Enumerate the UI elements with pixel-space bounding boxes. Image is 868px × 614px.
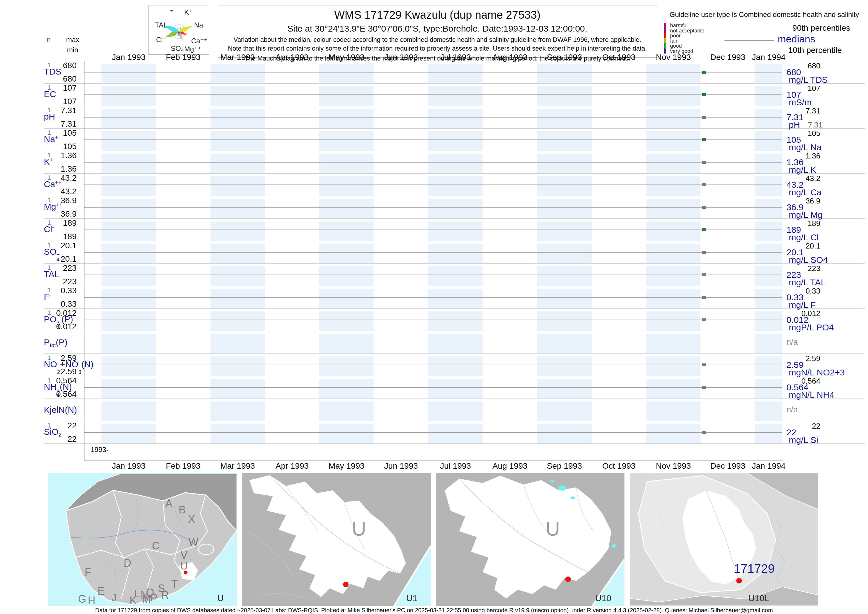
drainage-region-letter: R — [161, 589, 169, 602]
param-row-left-ph: 17.317.31pH — [35, 106, 84, 128]
param-row-right-ph: 7.317.31pH7.31 — [784, 106, 866, 128]
map-south-africa: ABXWCVDUFTESQRLNJPGHKMU — [48, 473, 237, 606]
site-marker-dot — [184, 571, 188, 575]
min-value: 7.31 — [61, 119, 77, 129]
drainage-region-letter: F — [84, 566, 91, 578]
guideline-color-good — [664, 43, 666, 48]
maucha-label-k: K⁺ — [184, 8, 193, 16]
param-row-left-k: 11.361.36K+ — [35, 151, 84, 174]
min-value: 680 — [63, 74, 77, 84]
param-label-na: Na+ — [44, 134, 58, 144]
p90-legend-label: 90th percentiles — [766, 23, 850, 33]
min-value: 36.9 — [61, 209, 77, 219]
drainage-region-letter: T — [171, 578, 178, 591]
max-value: 20.1 — [61, 241, 77, 250]
param-label-tds: TDS — [44, 67, 61, 77]
p90-value: 223 — [808, 264, 820, 273]
map-south-africa-art — [48, 473, 237, 606]
drainage-region-letter: M — [142, 593, 150, 605]
p90-value: 105 — [808, 129, 820, 138]
month-label-bottom: Aug 1993 — [492, 461, 527, 471]
param-row-right-so4: 20.120.1mg/L SO4 — [784, 241, 866, 264]
param-row-left-ec: 1107107EC — [35, 83, 84, 106]
map-catchment-u: UU1 — [242, 473, 431, 606]
param-row-left-f: 10.330.33F- — [35, 286, 84, 309]
guideline-color-fair — [664, 38, 666, 43]
param-row-right-mg: 36.936.9mg/L Mg — [784, 196, 866, 219]
page-title: WMS 171729 Kwazulu (dup name 27533) — [218, 9, 657, 21]
drainage-region-letter: B — [179, 504, 186, 516]
report-page: n max min * K⁺ TAL Na⁺ Cl⁻ Ca⁺⁺ SO₄⁼ Mg⁺… — [0, 0, 868, 614]
param-row-right-tds: 680680mg/L TDS — [784, 61, 866, 83]
param-label-ec: EC — [44, 89, 56, 99]
map-catchment-u-art — [242, 473, 431, 606]
param-row-right-tal: 223223mg/L TAL — [784, 264, 866, 286]
param-row-left-ptot: Ptot(P) — [35, 331, 84, 354]
min-value: 105 — [63, 142, 77, 151]
map-catchment-u10l-art — [630, 473, 818, 606]
max-value: 36.9 — [61, 196, 77, 205]
footer-provenance: Data for 171729 from copies of DWS datab… — [0, 607, 868, 614]
ion-sub-sup: +4 — [56, 388, 60, 397]
maucha-label-mg: Mg⁺⁺ — [184, 45, 202, 53]
maucha-label-star: * — [170, 8, 173, 16]
param-label-ca: Ca++ — [44, 179, 61, 189]
max-value: 189 — [63, 219, 77, 228]
month-label-bottom: Jul 1993 — [440, 461, 471, 471]
p90-value: 107 — [808, 84, 820, 93]
p90-value: 20.1 — [806, 242, 820, 251]
month-label-bottom: Oct 1993 — [602, 461, 636, 471]
catchment-letter: U — [352, 517, 366, 540]
map-catchment-u10: UU10 — [436, 473, 625, 606]
site-marker-dot — [343, 582, 349, 588]
drainage-region-letter: W — [189, 536, 198, 548]
drainage-region-letter: C — [152, 540, 160, 552]
guideline-class-label: harmful — [670, 23, 688, 28]
param-row-right-ca: 43.243.2mg/L Ca — [784, 174, 866, 196]
map-corner-label: U10L — [749, 593, 769, 603]
param-row-left-kjeln: KjelN(N) — [35, 398, 84, 421]
param-row-right-kjeln: n/a — [784, 398, 866, 421]
param-row-left-no2no3: 12.592.59NO-2+NO-3(N) — [35, 354, 84, 376]
min-value: 0.33 — [61, 299, 77, 309]
p90-value: 1.36 — [806, 152, 820, 161]
ion-sub-sup: -2 — [57, 366, 60, 374]
title-panel: WMS 171729 Kwazulu (dup name 27533) Site… — [218, 6, 657, 57]
max-value: 43.2 — [61, 174, 77, 183]
param-row-left-so4: 120.120.1SO=4 — [35, 241, 84, 264]
param-row-left-tds: 1680680TDS — [35, 61, 84, 83]
param-row-left-na: 1105105Na+ — [35, 128, 84, 151]
drainage-region-letter: D — [124, 557, 131, 569]
max-value: 7.31 — [61, 106, 77, 115]
month-label-bottom: May 1993 — [329, 461, 364, 471]
param-row-left-sio2: 12222SiO2 — [35, 421, 84, 443]
p10-legend-label: 10th percentile — [788, 46, 842, 55]
na-value: n/a — [786, 337, 798, 347]
map-corner-label: U — [217, 593, 224, 603]
site-id-label: 171729 — [734, 562, 775, 576]
param-row-left-po4: 10.0120.012PO3-4(P) — [35, 309, 84, 331]
drainage-region-letter: P — [150, 592, 157, 604]
drainage-region-letter: H — [88, 594, 95, 606]
guideline-class-label: fair — [670, 38, 677, 43]
month-label-bottom: Mar 1993 — [220, 461, 255, 471]
max-value: 107 — [63, 83, 77, 93]
guideline-class-label: not acceptable — [670, 28, 704, 33]
param-row-right-po4: 0.0120.012mgP/L PO4 — [784, 309, 866, 331]
max-value: 0.33 — [61, 286, 77, 295]
drainage-region-letter: A — [166, 497, 172, 510]
maucha-label-ca: Ca⁺⁺ — [191, 37, 208, 45]
p90-value: 22 — [812, 422, 820, 431]
median-legend-line — [724, 40, 774, 40]
note-line-2: Note that this report contains only some… — [218, 45, 657, 52]
param-row-left-nh4: 10.5640.564NH+4(N) — [35, 376, 84, 398]
map-corner-label: U1 — [406, 593, 417, 603]
max-value: 105 — [63, 128, 77, 138]
month-label-bottom: Jan 1993 — [112, 461, 146, 471]
drainage-region-letter: E — [98, 585, 105, 597]
maucha-label-tal: TAL — [155, 21, 167, 29]
max-column-header: max — [66, 36, 79, 44]
maucha-label-cl: Cl⁻ — [156, 36, 166, 44]
min-value: 107 — [63, 97, 77, 106]
na-value: n/a — [786, 405, 798, 414]
